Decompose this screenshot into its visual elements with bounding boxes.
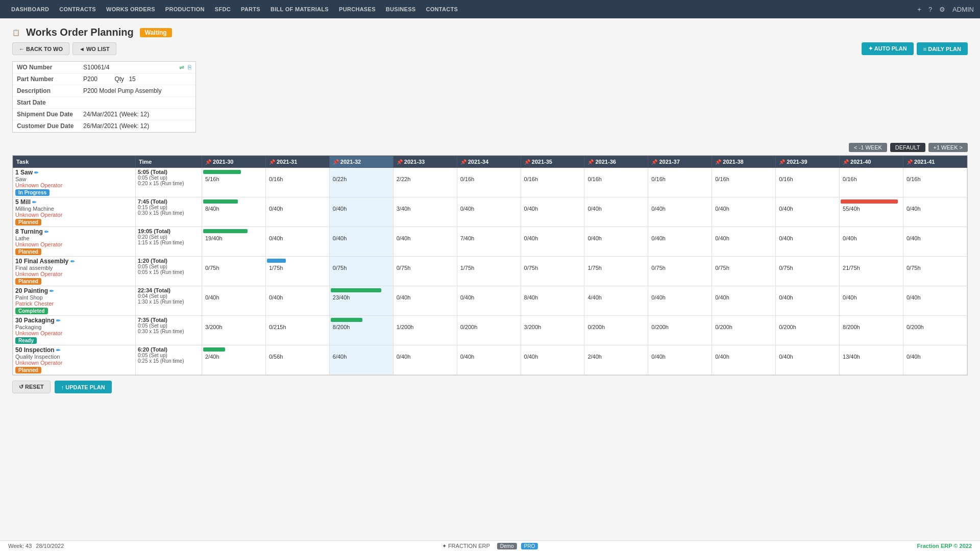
week-cell-w1-t4[interactable]: 0/40h — [265, 286, 329, 316]
week-cell-w11-t6[interactable]: 0/40h — [903, 345, 967, 375]
week-cell-w3-t2[interactable]: 0/40h — [393, 227, 457, 257]
edit-icon[interactable]: ✏ — [34, 170, 38, 176]
pin-icon[interactable]: 📌 — [843, 159, 849, 165]
week-cell-w2-t0[interactable]: 0/22h — [329, 168, 393, 197]
week-cell-w3-t3[interactable]: 0/75h — [393, 257, 457, 286]
nav-contracts[interactable]: CONTRACTS — [54, 0, 101, 18]
week-cell-w2-t2[interactable]: 0/40h — [329, 227, 393, 257]
nav-parts[interactable]: PARTS — [236, 0, 265, 18]
week-cell-w0-t2[interactable]: 19/40h — [202, 227, 266, 257]
nav-production[interactable]: PRODUCTION — [160, 0, 210, 18]
week-cell-w5-t4[interactable]: 8/40h — [521, 286, 584, 316]
nav-works-orders[interactable]: WORKS ORDERS — [101, 0, 160, 18]
week-cell-w6-t6[interactable]: 2/40h — [584, 345, 648, 375]
edit-icon[interactable]: ✏ — [56, 347, 60, 353]
week-cell-w11-t3[interactable]: 0/75h — [903, 257, 967, 286]
week-cell-w1-t6[interactable]: 0/56h — [265, 345, 329, 375]
nav-business[interactable]: BUSINESS — [381, 0, 421, 18]
week-cell-w9-t0[interactable]: 0/16h — [776, 168, 840, 197]
nav-bom[interactable]: BILL OF MATERIALS — [265, 0, 334, 18]
week-cell-w2-t3[interactable]: 0/75h — [329, 257, 393, 286]
week-cell-w8-t2[interactable]: 0/40h — [712, 227, 776, 257]
nav-sfdc[interactable]: SFDC — [210, 0, 236, 18]
prev-week-button[interactable]: < -1 WEEK — [849, 143, 887, 152]
week-cell-w11-t0[interactable]: 0/16h — [903, 168, 967, 197]
edit-icon[interactable]: ✏ — [32, 199, 36, 205]
next-week-button[interactable]: +1 WEEK > — [928, 143, 968, 152]
pin-icon[interactable]: 📌 — [333, 159, 339, 165]
week-cell-w0-t5[interactable]: 3/200h — [202, 316, 266, 345]
week-cell-w6-t5[interactable]: 0/200h — [584, 316, 648, 345]
start-date-value[interactable] — [79, 97, 195, 109]
week-cell-w4-t1[interactable]: 0/40h — [457, 197, 521, 227]
pin-icon[interactable]: 📌 — [205, 159, 211, 165]
edit-icon[interactable]: ✏ — [50, 288, 54, 294]
week-cell-w4-t0[interactable]: 0/16h — [457, 168, 521, 197]
week-cell-w2-t4[interactable]: 23/40h — [329, 286, 393, 316]
week-cell-w6-t4[interactable]: 4/40h — [584, 286, 648, 316]
week-cell-w5-t2[interactable]: 0/40h — [521, 227, 584, 257]
week-cell-w5-t5[interactable]: 3/200h — [521, 316, 584, 345]
week-cell-w8-t6[interactable]: 0/40h — [712, 345, 776, 375]
week-cell-w0-t0[interactable]: 5/16h — [202, 168, 266, 197]
week-cell-w9-t3[interactable]: 0/75h — [776, 257, 840, 286]
week-cell-w11-t1[interactable]: 0/40h — [903, 197, 967, 227]
edit-icon[interactable]: ✏ — [56, 318, 60, 323]
week-cell-w8-t1[interactable]: 0/40h — [712, 197, 776, 227]
week-cell-w9-t2[interactable]: 0/40h — [776, 227, 840, 257]
week-cell-w7-t2[interactable]: 0/40h — [648, 227, 712, 257]
pin-icon[interactable]: 📌 — [397, 159, 403, 165]
add-icon[interactable]: + — [917, 6, 921, 13]
week-cell-w3-t6[interactable]: 0/40h — [393, 345, 457, 375]
pin-icon[interactable]: 📌 — [524, 159, 530, 165]
nav-contacts[interactable]: CONTACTS — [421, 0, 463, 18]
week-cell-w10-t1[interactable]: 55/40h — [840, 197, 903, 227]
week-cell-w5-t3[interactable]: 0/75h — [521, 257, 584, 286]
auto-plan-button[interactable]: ✦ AUTO PLAN — [862, 42, 914, 55]
back-to-wo-button[interactable]: ← BACK TO WO — [12, 42, 69, 55]
week-cell-w7-t3[interactable]: 0/75h — [648, 257, 712, 286]
week-cell-w1-t1[interactable]: 0/40h — [265, 197, 329, 227]
nav-purchases[interactable]: PURCHASES — [334, 0, 381, 18]
week-cell-w11-t5[interactable]: 0/200h — [903, 316, 967, 345]
week-cell-w0-t6[interactable]: 2/40h — [202, 345, 266, 375]
edit-icon[interactable]: ✏ — [70, 259, 75, 264]
week-cell-w11-t2[interactable]: 0/40h — [903, 227, 967, 257]
week-cell-w3-t0[interactable]: 2/22h — [393, 168, 457, 197]
week-cell-w3-t4[interactable]: 0/40h — [393, 286, 457, 316]
pin-icon[interactable]: 📌 — [715, 159, 721, 165]
pin-icon[interactable]: 📌 — [779, 159, 785, 165]
week-cell-w8-t4[interactable]: 0/40h — [712, 286, 776, 316]
week-cell-w1-t3[interactable]: 1/75h — [265, 257, 329, 286]
week-cell-w6-t2[interactable]: 0/40h — [584, 227, 648, 257]
week-cell-w10-t3[interactable]: 21/75h — [840, 257, 903, 286]
week-cell-w3-t5[interactable]: 1/200h — [393, 316, 457, 345]
week-cell-w6-t0[interactable]: 0/16h — [584, 168, 648, 197]
pin-icon[interactable]: 📌 — [587, 159, 594, 165]
reset-button[interactable]: ↺ RESET — [12, 381, 51, 393]
pin-icon[interactable]: 📌 — [906, 159, 913, 165]
week-cell-w7-t6[interactable]: 0/40h — [648, 345, 712, 375]
week-cell-w10-t2[interactable]: 0/40h — [840, 227, 903, 257]
week-cell-w1-t5[interactable]: 0/215h — [265, 316, 329, 345]
edit-icon[interactable]: ✏ — [44, 229, 48, 235]
default-week-button[interactable]: DEFAULT — [890, 143, 925, 152]
week-cell-w4-t3[interactable]: 1/75h — [457, 257, 521, 286]
week-cell-w5-t0[interactable]: 0/16h — [521, 168, 584, 197]
week-cell-w8-t0[interactable]: 0/16h — [712, 168, 776, 197]
week-cell-w0-t4[interactable]: 0/40h — [202, 286, 266, 316]
week-cell-w3-t1[interactable]: 3/40h — [393, 197, 457, 227]
settings-icon[interactable]: ⚙ — [939, 6, 945, 13]
week-cell-w8-t5[interactable]: 0/200h — [712, 316, 776, 345]
week-cell-w4-t5[interactable]: 0/200h — [457, 316, 521, 345]
week-cell-w7-t0[interactable]: 0/16h — [648, 168, 712, 197]
week-cell-w0-t1[interactable]: 8/40h — [202, 197, 266, 227]
week-cell-w9-t6[interactable]: 0/40h — [776, 345, 840, 375]
week-cell-w0-t3[interactable]: 0/75h — [202, 257, 266, 286]
pin-icon[interactable]: 📌 — [460, 159, 467, 165]
week-cell-w6-t1[interactable]: 0/40h — [584, 197, 648, 227]
week-cell-w9-t4[interactable]: 0/40h — [776, 286, 840, 316]
week-cell-w5-t6[interactable]: 0/40h — [521, 345, 584, 375]
week-cell-w7-t5[interactable]: 0/200h — [648, 316, 712, 345]
week-cell-w2-t5[interactable]: 8/200h — [329, 316, 393, 345]
